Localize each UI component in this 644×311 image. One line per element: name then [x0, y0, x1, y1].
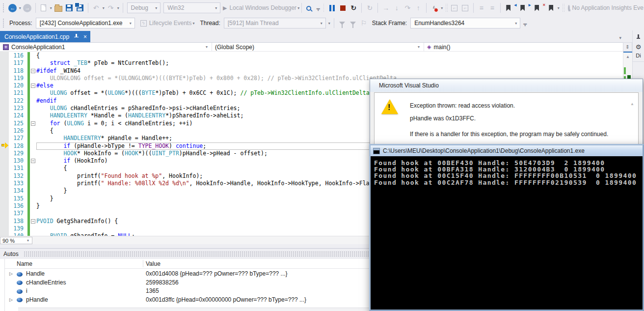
code-line[interactable]: 118−#ifdef _WIN64	[10, 67, 632, 75]
save-button[interactable]	[64, 2, 74, 14]
scroll-up-icon[interactable]: ▲	[630, 102, 634, 106]
line-number: 132	[10, 172, 24, 180]
console-title-bar[interactable]: C:\Users\MEU\Desktop\ConsoleApplication1…	[371, 145, 643, 156]
uncomment-button[interactable]: ⌐	[460, 2, 470, 14]
tab-consoleapplication1-cpp[interactable]: ConsoleApplication1.cpp ×	[0, 31, 90, 42]
scroll-up-icon[interactable]: ▲	[623, 55, 632, 59]
new-file-dropdown-icon[interactable]: ▾	[50, 6, 52, 10]
step-out-button[interactable]: ↑	[413, 2, 423, 14]
editor-zoom-combo[interactable]: 90 % ▾	[0, 237, 32, 244]
close-icon[interactable]: ×	[83, 33, 87, 40]
toolbar-grip[interactable]	[2, 18, 5, 28]
fold-collapse-box[interactable]: −	[30, 67, 36, 75]
clear-bookmarks-button[interactable]: ×	[546, 2, 556, 14]
application-insights-button[interactable]: No Application Insights Eve	[568, 2, 644, 14]
redo-dropdown-icon[interactable]: ▾	[117, 6, 119, 10]
exception-dropdown-icon[interactable]: ▾	[441, 6, 443, 10]
undo-icon: ↶	[93, 4, 99, 11]
process-combo[interactable]: [2432] ConsoleApplication1.exe▾	[36, 18, 135, 28]
bookmark-dropdown-icon[interactable]: ▾	[558, 6, 560, 10]
next-bookmark-button[interactable]: ▸	[532, 2, 542, 14]
open-file-button[interactable]	[54, 2, 63, 14]
fold-collapse-box[interactable]: −	[30, 218, 36, 225]
stop-debugging-button[interactable]	[338, 2, 348, 14]
undo-dropdown-icon[interactable]: ▾	[103, 6, 105, 10]
increase-indent-button[interactable]: ≡	[487, 2, 497, 14]
step-over-button[interactable]: ↷	[402, 2, 412, 14]
nav-scope-dropdown[interactable]: (Global Scope) ▾	[212, 43, 424, 51]
dialog-title-bar[interactable]: Microsoft Visual Studio	[370, 79, 643, 92]
attach-to-process-button[interactable]	[305, 2, 315, 14]
fold-collapse-box[interactable]: −	[30, 120, 36, 127]
code-text[interactable]: struct _TEB* pTeb = NtCurrentTeb();	[36, 59, 632, 67]
lifecycle-events-button[interactable]: ϟ Lifecycle Events ▾	[140, 17, 196, 29]
toolbar-grip[interactable]	[2, 3, 5, 13]
code-text[interactable]: #ifdef _WIN64	[36, 67, 632, 75]
value-column-header[interactable]: Value	[146, 259, 161, 269]
expand-icon[interactable]: ▷	[9, 296, 13, 305]
bookmark-icon	[535, 5, 539, 11]
fold-collapse-box[interactable]: −	[30, 157, 36, 165]
document-list-chevron-icon[interactable]: ▾	[619, 35, 621, 40]
name-column-header[interactable]: Name	[17, 259, 32, 269]
pin-icon[interactable]	[74, 34, 79, 39]
separator	[562, 3, 564, 12]
show-flagged-threads-button[interactable]	[337, 17, 347, 29]
code-line[interactable]: 116{	[10, 52, 632, 59]
console-output[interactable]: Found hook at 00BEF430 Handle: 50E4703D9…	[371, 156, 643, 310]
toolbar-overflow[interactable]: ▬▾	[317, 7, 320, 11]
fold-margin	[30, 52, 36, 59]
code-text[interactable]: {	[36, 52, 632, 59]
toggle-flagged-button[interactable]: ⚐	[359, 17, 369, 29]
exception-settings-button[interactable]: ϟ	[429, 2, 439, 14]
autos-value: 0x001d3ffc {pHead=0x00000000 pOwner=??? …	[146, 296, 306, 305]
undo-button[interactable]: ↶	[91, 2, 101, 14]
lifecycle-label: Lifecycle Events	[149, 20, 192, 27]
step-into-button[interactable]: ↓	[392, 2, 402, 14]
thread-combo[interactable]: [5912] Main Thread▾	[224, 18, 326, 28]
debug-location-toolbar: Process: [2432] ConsoleApplication1.exe▾…	[0, 16, 644, 30]
save-all-button[interactable]	[75, 2, 85, 14]
scroll-annotation-mark	[627, 75, 631, 79]
fold-collapse-box[interactable]: −	[30, 82, 36, 89]
separator	[334, 18, 334, 28]
line-number: 134	[10, 187, 24, 195]
stack-frame-combo[interactable]: EnumHandles3264▾	[410, 18, 520, 28]
redo-button[interactable]: ↷	[106, 2, 116, 14]
save-all-icon	[77, 4, 83, 11]
platform-combo[interactable]: Win32▾	[163, 2, 220, 13]
refresh-icon: ↻	[367, 4, 373, 11]
code-line[interactable]: 117 struct _TEB* pTeb = NtCurrentTeb();	[10, 59, 632, 67]
dialog-title: Microsoft Visual Studio	[379, 82, 439, 89]
decrease-indent-button[interactable]: ≡	[477, 2, 486, 14]
toggle-bookmark-button[interactable]	[504, 2, 513, 14]
pin-icon[interactable]	[636, 34, 641, 40]
comment-button[interactable]: ⌐	[450, 2, 459, 14]
chevron-down-icon: ▾	[130, 21, 132, 26]
editor-split-handle[interactable]: ⇕	[623, 42, 632, 52]
navigate-back-button[interactable]: ←	[8, 2, 18, 14]
nav-project-dropdown[interactable]: ConsoleApplication1 ▾	[0, 43, 212, 51]
break-all-button[interactable]	[327, 2, 337, 14]
flagged-threads-filter-button[interactable]	[348, 17, 358, 29]
nav-function-dropdown[interactable]: ◈ main()	[424, 43, 632, 51]
navigate-forward-button[interactable]: →	[23, 2, 32, 14]
stack-frame-value: EnumHandles3264	[414, 20, 514, 27]
solution-config-combo[interactable]: Debug▾	[127, 2, 161, 13]
toolbar-overflow[interactable]: ▬▾	[523, 23, 527, 27]
fold-margin	[30, 225, 36, 232]
show-next-statement-button[interactable]: →	[381, 2, 391, 14]
back-dropdown-icon[interactable]: ▾	[19, 6, 21, 10]
line-number: 129	[10, 150, 24, 157]
column-separator[interactable]	[143, 260, 143, 267]
expand-icon[interactable]: ▷	[9, 270, 13, 279]
refresh-button[interactable]: ↻	[365, 2, 375, 14]
line-number: 117	[10, 59, 24, 67]
new-file-icon	[41, 4, 46, 11]
prev-bookmark-button[interactable]: ◂	[518, 2, 528, 14]
thread-dropdown-icon[interactable]: ▾	[328, 21, 330, 26]
restart-button[interactable]: ↻	[349, 2, 358, 14]
start-debug-button[interactable]: ▶ Local Windows Debugger ▾	[225, 2, 298, 14]
new-file-button[interactable]	[39, 2, 49, 14]
gear-icon[interactable]: ⚙	[633, 43, 644, 51]
